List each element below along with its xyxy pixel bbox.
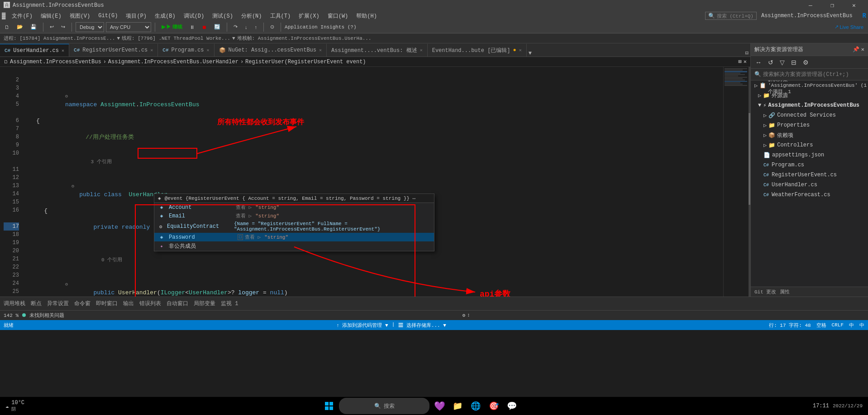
se-sync-button[interactable]: ↔ <box>753 58 764 67</box>
se-close-icon[interactable]: ✕ <box>861 46 864 53</box>
menu-debug[interactable]: 调试(D) <box>180 11 208 21</box>
tab-add-button[interactable]: ▼ <box>527 50 534 57</box>
tab-autos[interactable]: 自动窗口 <box>167 300 188 307</box>
tab-eventhandler[interactable]: EventHand...bute [已编辑] ● ✕ <box>428 44 527 57</box>
se-git-label[interactable]: Git 更改 <box>754 288 776 295</box>
tab-breakpoints[interactable]: 断点 <box>31 300 42 307</box>
se-userhandler-cs[interactable]: C# UserHandler.cs <box>751 180 868 190</box>
ac-item-account[interactable]: ◈ Account 查看 ▷ "string" <box>154 203 434 212</box>
collapse-10[interactable]: ⊖ <box>65 282 68 287</box>
editor-collapse-button[interactable]: ⊟ <box>744 50 750 57</box>
stack-label[interactable]: 堆栈帧: Assignment.InProcessEventBus.UserHa… <box>237 35 372 42</box>
path-project[interactable]: Assignment.InProcessEventBus <box>10 59 101 65</box>
pause-button[interactable]: ⏸ <box>187 24 197 31</box>
menu-edit[interactable]: 编辑(E) <box>37 11 65 21</box>
se-filter-button[interactable]: ▽ <box>777 58 787 67</box>
se-registeruserevent-cs[interactable]: C# RegisterUserEvent.cs <box>751 170 868 180</box>
se-properties-label[interactable]: 属性 <box>780 288 790 295</box>
live-share-button[interactable]: ↗ Live Share <box>832 23 866 31</box>
ac-item-nonpublic[interactable]: ✦ 非公共成员 <box>154 241 434 251</box>
se-dependencies[interactable]: ▷ 📦 依赖项 <box>751 130 868 140</box>
ac-item-email[interactable]: ◈ Email 查看 ▷ "string" <box>154 212 434 220</box>
toolbar-btn-undo[interactable]: ↩ <box>47 23 57 31</box>
menu-view[interactable]: 视图(V) <box>66 11 94 21</box>
se-settings-button[interactable]: ⚙ <box>800 58 811 67</box>
tab-close-userhandler[interactable]: ✕ <box>62 48 64 53</box>
menu-window[interactable]: 窗口(W) <box>324 11 352 21</box>
se-project-root[interactable]: ▼ ⚡ Assignment.InProcessEventBus <box>751 100 868 110</box>
tab-errorlist[interactable]: 错误列表 <box>139 300 161 307</box>
menu-tools[interactable]: 工具(T) <box>267 11 295 21</box>
explorer-taskbar-icon[interactable]: 📁 <box>449 398 466 414</box>
toolbar-btn-redo[interactable]: ↪ <box>58 23 68 31</box>
rider-taskbar-icon[interactable]: 🎯 <box>486 398 502 414</box>
menu-git[interactable]: Git(G) <box>95 11 121 21</box>
stop-button[interactable]: ⏹ <box>199 24 210 31</box>
tab-nuget[interactable]: 📦 NuGet: Assig...cessEventBus ✕ <box>215 44 327 57</box>
se-program-cs[interactable]: C# Program.cs <box>751 160 868 170</box>
se-connected-services[interactable]: ▷ 🔗 Connected Services <box>751 110 868 120</box>
menu-project[interactable]: 项目(P) <box>122 11 150 21</box>
restart-button[interactable]: 🔄 <box>211 23 223 31</box>
debug-scroll-icon[interactable]: ↕ <box>467 312 470 318</box>
maximize-button[interactable]: ❐ <box>822 0 843 11</box>
step-into-button[interactable]: ↓ <box>242 24 250 31</box>
tab-registeruserevent[interactable]: C# RegisterUserEvent.cs ✕ <box>69 44 158 57</box>
thread-label[interactable]: 线程: [7796] .NET ThreadPool Worke... <box>122 35 230 42</box>
toolbar-btn-save[interactable]: 💾 <box>28 23 39 31</box>
windows-start-button[interactable] <box>321 398 337 414</box>
tab-program[interactable]: C# Program.cs ✕ <box>158 44 214 57</box>
tab-overview[interactable]: Assignment....ventBus: 概述 ✕ <box>327 44 428 57</box>
debug-ctrl-icon[interactable]: ⚙ <box>462 312 465 318</box>
close-editor-icon[interactable]: ✕ <box>744 58 747 65</box>
continue-button[interactable]: ▶ ▶ 继续 <box>159 23 185 31</box>
se-controllers-folder[interactable]: ▷ 📁 Controllers <box>751 140 868 150</box>
debug-config-dropdown[interactable]: Debug <box>76 22 104 32</box>
vs-taskbar-icon[interactable]: 💜 <box>431 398 448 414</box>
tab-watch[interactable]: 监视 1 <box>221 300 238 307</box>
se-refresh-button[interactable]: ↺ <box>765 58 776 67</box>
tab-locals[interactable]: 局部变量 <box>194 300 215 307</box>
ac-action-pw[interactable]: 查看 ▷ <box>245 234 261 241</box>
collapse-6[interactable]: ⊖ <box>72 184 74 189</box>
menu-analyze[interactable]: 分析(N) <box>238 11 266 21</box>
menu-test[interactable]: 测试(S) <box>209 11 237 21</box>
tab-exceptions[interactable]: 异常设置 <box>47 300 69 307</box>
toolbar-btn-open[interactable]: 📂 <box>14 23 26 31</box>
split-editor-icon[interactable]: ⊞ <box>739 58 742 65</box>
collapse-3[interactable]: ⊖ <box>65 94 68 99</box>
ac-search-icon[interactable]: □ <box>238 234 243 240</box>
tab-close-eventhandler[interactable]: ✕ <box>519 47 522 53</box>
tab-close-reg[interactable]: ✕ <box>150 47 153 53</box>
tab-command[interactable]: 命令窗 <box>74 300 91 307</box>
path-method[interactable]: RegisterUser(RegisterUserEvent event) <box>245 59 366 65</box>
code-area[interactable]: ⊖ namespace Assignment.InProcessEventBus… <box>23 67 723 297</box>
se-properties-folder[interactable]: ▷ 📁 Properties <box>751 120 868 130</box>
menu-file[interactable]: 文件(F) <box>8 11 36 21</box>
path-class[interactable]: Assignment.InProcessEventBus.UserHandler <box>108 59 238 65</box>
search-button[interactable]: 🔍 搜索 <box>339 398 429 414</box>
menu-build[interactable]: 生成(B) <box>151 11 179 21</box>
search-bar[interactable]: 🔍 搜索 (Ctrl+Q) <box>705 12 757 20</box>
se-search-bar[interactable]: 🔍 搜索解决方案资源管理器(Ctrl+;) <box>751 69 868 80</box>
discord-taskbar-icon[interactable]: 💬 <box>504 398 520 414</box>
minimize-button[interactable]: — <box>800 0 821 11</box>
toolbar-btn-new[interactable]: 🗋 <box>2 24 12 31</box>
step-out-button[interactable]: ↑ <box>252 24 260 31</box>
tab-immediate[interactable]: 即时窗口 <box>96 300 118 307</box>
tab-callstack[interactable]: 调用堆栈 <box>4 300 25 307</box>
select-repo-label[interactable]: ☰ 选择存储库... ▼ <box>398 322 446 329</box>
edge-taskbar-icon[interactable]: 🌐 <box>467 398 484 414</box>
tab-output[interactable]: 输出 <box>123 300 134 307</box>
breakpoint-button[interactable]: ⊙ <box>267 23 277 31</box>
process-label[interactable]: 进程: [15784] Assignment.InProcessE... <box>4 35 115 42</box>
se-weatherforecast-cs[interactable]: C# WeatherForecast.cs <box>751 190 868 200</box>
minimap-thumb[interactable] <box>749 113 750 205</box>
ac-action-account[interactable]: 查看 ▷ <box>236 204 252 211</box>
ac-action-email[interactable]: 查看 ▷ <box>236 212 252 219</box>
menu-extensions[interactable]: 扩展(X) <box>295 11 323 21</box>
step-over-button[interactable]: ↷ <box>231 23 240 31</box>
tab-userhandler[interactable]: C# UserHandler.cs ✕ <box>0 44 69 57</box>
menu-help[interactable]: 帮助(H) <box>353 11 381 21</box>
tab-close-overview[interactable]: ✕ <box>420 47 423 53</box>
